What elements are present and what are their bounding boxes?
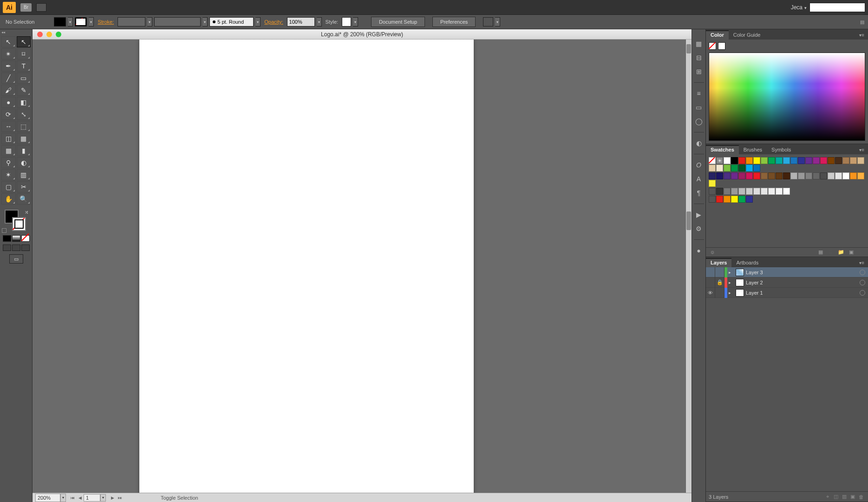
mesh-tool[interactable]: ▦ — [1, 145, 16, 156]
swatch[interactable] — [753, 165, 760, 172]
swatch[interactable] — [746, 165, 753, 172]
document-titlebar[interactable]: Logo.ai* @ 200% (RGB/Preview) — [33, 29, 692, 40]
swatch[interactable] — [783, 172, 790, 179]
gradient-mode-button[interactable] — [12, 235, 20, 242]
artboard-tool[interactable]: ▢ — [1, 181, 16, 192]
tab-swatches[interactable]: Swatches — [706, 145, 739, 154]
swatch[interactable] — [798, 172, 805, 179]
none-mode-button[interactable] — [21, 235, 30, 242]
symbol-sprayer-tool[interactable]: ✶ — [1, 169, 16, 180]
eraser-tool[interactable]: ◧ — [17, 97, 31, 108]
color-white-swatch[interactable] — [718, 42, 725, 50]
workspace-switcher[interactable] — [36, 3, 46, 12]
window-zoom-button[interactable] — [56, 32, 61, 37]
swatch[interactable] — [709, 180, 716, 187]
swatch[interactable] — [857, 157, 864, 164]
artboard[interactable] — [139, 40, 474, 502]
swatch[interactable] — [842, 157, 849, 164]
swatch[interactable] — [731, 157, 738, 164]
lock-toggle[interactable] — [715, 267, 724, 277]
swatch[interactable] — [738, 196, 745, 203]
stroke-swatch[interactable] — [75, 17, 87, 26]
swatch[interactable] — [783, 188, 790, 195]
swatch[interactable] — [813, 172, 820, 179]
swatch[interactable] — [776, 188, 783, 195]
layer-row[interactable]: 👁▸Layer 1 — [706, 288, 868, 298]
swatch[interactable] — [716, 165, 723, 172]
blob-brush-tool[interactable]: ● — [1, 97, 16, 108]
hand-tool[interactable]: ✋ — [1, 193, 16, 205]
locate-object-icon[interactable]: ⌖ — [823, 493, 832, 501]
layer-target-icon[interactable] — [860, 290, 865, 296]
vwp-dropdown[interactable]: ▾ — [202, 17, 208, 26]
swatch-library-menu-icon[interactable]: ⛭ — [709, 249, 716, 256]
free-transform-tool[interactable]: ⬚ — [17, 121, 31, 132]
panel-icon-appearance[interactable]: ◐ — [694, 138, 704, 148]
new-layer-icon[interactable]: ▣ — [848, 493, 857, 501]
swatch[interactable] — [761, 172, 768, 179]
swatch[interactable] — [738, 157, 745, 164]
scroll-thumb[interactable] — [686, 211, 691, 230]
color-none-swatch[interactable] — [709, 42, 716, 50]
width-tool[interactable]: ↔ — [1, 121, 16, 132]
swatch[interactable] — [820, 157, 827, 164]
swatch[interactable] — [738, 188, 745, 195]
column-graph-tool[interactable]: ▥ — [17, 169, 31, 180]
swatch-options-icon[interactable]: ☰ — [827, 249, 835, 256]
magic-wand-tool[interactable]: ✴ — [1, 48, 16, 59]
visibility-toggle[interactable]: 👁 — [706, 288, 715, 298]
panel-icon-3[interactable]: ⊞ — [694, 66, 704, 77]
zoom-level-input[interactable]: 200% — [35, 494, 60, 502]
stroke-weight-dropdown[interactable]: ▾ — [147, 17, 152, 26]
fill-dropdown[interactable]: ▾ — [68, 17, 73, 26]
visibility-toggle[interactable] — [706, 267, 715, 277]
expand-layer-icon[interactable]: ▸ — [727, 280, 734, 285]
swatch[interactable] — [709, 172, 716, 179]
swatch[interactable] — [761, 188, 768, 195]
expand-layer-icon[interactable]: ▸ — [727, 291, 734, 295]
tab-artboards[interactable]: Artboards — [731, 258, 763, 267]
swatch[interactable] — [724, 188, 731, 195]
fill-swatch[interactable] — [54, 17, 66, 26]
layer-thumbnail[interactable] — [736, 269, 744, 276]
layer-thumbnail[interactable] — [736, 279, 744, 286]
brush-definition[interactable]: 5 pt. Round — [209, 17, 254, 26]
eyedropper-tool[interactable]: ⚲ — [1, 157, 16, 168]
swatch[interactable] — [790, 172, 797, 179]
bridge-button[interactable]: Br — [20, 3, 32, 12]
swatch[interactable] — [842, 172, 849, 179]
rectangle-tool[interactable]: ▭ — [17, 73, 31, 84]
swatch[interactable] — [805, 172, 812, 179]
line-segment-tool[interactable]: ╱ — [1, 73, 16, 84]
slice-tool[interactable]: ✂ — [17, 181, 31, 192]
lock-toggle[interactable] — [715, 288, 724, 298]
draw-normal-button[interactable] — [3, 244, 11, 251]
swap-fill-stroke-icon[interactable]: ⤭ — [25, 210, 28, 215]
layer-name[interactable]: Layer 2 — [746, 280, 763, 285]
swatch[interactable] — [731, 196, 738, 203]
swatch-folder-icon[interactable] — [709, 188, 716, 195]
preferences-button[interactable]: Preferences — [432, 17, 476, 27]
swatch[interactable] — [738, 172, 745, 179]
swatch[interactable] — [724, 165, 731, 172]
swatch[interactable] — [835, 157, 842, 164]
panel-icon-1[interactable]: ▦ — [694, 39, 704, 49]
artboard-dropdown[interactable]: ▾ — [100, 494, 106, 502]
swatch[interactable] — [731, 188, 738, 195]
layers-panel-menu-icon[interactable]: ▾≡ — [855, 258, 868, 267]
swatch[interactable] — [768, 188, 775, 195]
stroke-label[interactable]: Stroke: — [98, 19, 114, 25]
new-swatch-icon[interactable]: ▣ — [848, 249, 855, 256]
last-artboard-button[interactable]: ⏭ — [116, 494, 124, 502]
swatch[interactable] — [716, 196, 723, 203]
visibility-toggle[interactable] — [706, 277, 715, 288]
swatches-panel-menu-icon[interactable]: ▾≡ — [855, 145, 868, 154]
toolbox-collapse[interactable]: ◂◂ — [0, 29, 32, 35]
swatch[interactable] — [850, 172, 857, 179]
swatch[interactable] — [746, 172, 753, 179]
blend-tool[interactable]: ◐ — [17, 157, 31, 168]
canvas[interactable] — [33, 40, 686, 502]
tab-symbols[interactable]: Symbols — [767, 145, 796, 154]
window-minimize-button[interactable] — [46, 32, 52, 37]
gradient-tool[interactable]: ▮ — [17, 145, 31, 156]
